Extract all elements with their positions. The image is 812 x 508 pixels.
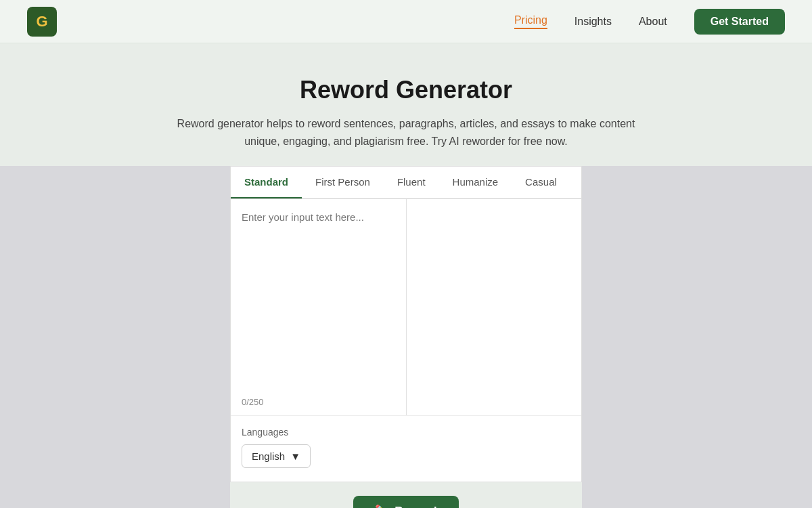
tab-humanize[interactable]: Humanize xyxy=(439,167,512,198)
hero-section: Reword Generator Reword generator helps … xyxy=(0,43,812,166)
chevron-down-icon: ▼ xyxy=(290,450,300,462)
output-pane xyxy=(407,199,582,415)
tool-wrapper: Advertisement Standard First Person Flue… xyxy=(0,166,812,508)
ad-panel-right: Advertisement xyxy=(582,166,812,508)
tab-first-person[interactable]: First Person xyxy=(302,167,384,198)
logo[interactable]: G xyxy=(27,7,57,37)
navbar: G Pricing Insights About Get Started xyxy=(0,0,812,43)
input-textarea[interactable] xyxy=(231,199,406,389)
editor-row: 0/250 xyxy=(231,199,581,415)
language-select[interactable]: English ▼ xyxy=(242,444,311,468)
tool-center: Standard First Person Fluent Humanize Ca… xyxy=(230,166,582,508)
nav-links: Pricing Insights About Get Started xyxy=(514,9,785,35)
input-pane: 0/250 xyxy=(231,199,407,415)
tab-casual[interactable]: Casual xyxy=(512,167,570,198)
nav-insights[interactable]: Insights xyxy=(574,16,612,28)
tool-container: Standard First Person Fluent Humanize Ca… xyxy=(230,166,582,482)
reword-button[interactable]: ✏️ Reword xyxy=(353,496,458,508)
tab-standard[interactable]: Standard xyxy=(231,167,302,198)
hero-description: Reword generator helps to reword sentenc… xyxy=(176,115,636,150)
reword-label: Reword xyxy=(394,505,436,508)
languages-label: Languages xyxy=(242,427,570,438)
get-started-button[interactable]: Get Started xyxy=(694,9,785,35)
ad-panel-left: Advertisement xyxy=(0,166,230,508)
nav-about[interactable]: About xyxy=(639,16,667,28)
tab-fluent[interactable]: Fluent xyxy=(384,167,439,198)
nav-pricing[interactable]: Pricing xyxy=(514,14,547,29)
logo-icon: G xyxy=(36,14,47,29)
selected-language: English xyxy=(252,450,285,462)
reword-btn-wrapper: ✏️ Reword xyxy=(230,482,582,508)
char-count: 0/250 xyxy=(231,391,406,415)
tabs-bar: Standard First Person Fluent Humanize Ca… xyxy=(231,167,581,199)
page-title: Reword Generator xyxy=(14,76,798,104)
reword-icon: ✏️ xyxy=(375,504,389,508)
languages-section: Languages English ▼ xyxy=(231,415,581,482)
